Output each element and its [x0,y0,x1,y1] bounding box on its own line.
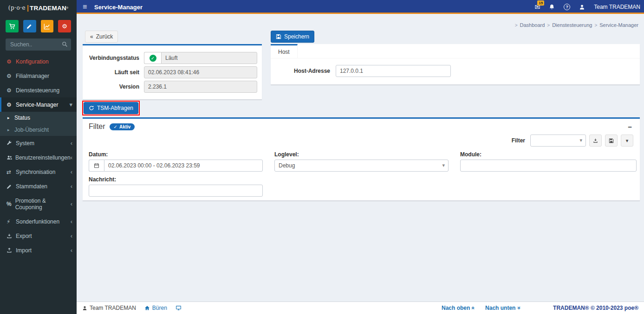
sidebar-item-label: Promotion & Couponing [15,198,71,211]
sidebar-subitem-label: Status [14,115,30,121]
users-icon [7,155,15,160]
loglevel-value: Debug [279,162,295,169]
nachricht-label: Nachricht: [89,176,263,183]
sidebar-menu: ⚙ Konfiguration ⚙ Filialmanager ⚙ Dienst… [0,54,77,257]
edit-button[interactable] [23,20,36,32]
back-button[interactable]: « Zurück [85,31,118,43]
status-addon: ✓ [144,52,161,64]
calendar-icon[interactable] [89,160,104,172]
sidebar-item-benutzereinstellungen[interactable]: Benutzereinstellungen ‹ [0,150,77,165]
sidebar-item-dienstesteuerung[interactable]: ⚙ Dienstesteuerung [0,83,77,97]
tab-host[interactable]: Host [271,44,298,58]
angle-double-down-icon: « [516,307,522,310]
check-icon: ✓ [114,124,117,129]
app-window: (p·o·e | TRADEMAN ® ⚙ [0,0,644,314]
scroll-to-bottom-link[interactable]: Nach unten « [485,305,520,311]
sidebar-item-konfiguration[interactable]: ⚙ Konfiguration [0,54,77,69]
scroll-to-top-label: Nach oben [442,305,470,311]
sidebar-item-label: Sonderfunktionen [16,218,59,225]
pencil-icon [7,184,16,189]
sidebar-subitem-job-uebersicht[interactable]: ▸ Job-Übersicht [0,124,77,136]
sidebar-item-filialmanager[interactable]: ⚙ Filialmanager [0,69,77,83]
settings-button[interactable]: ⚙ [58,20,71,32]
footer-location-link[interactable]: Büren [144,305,167,311]
host-tab-content: Host-Adresse [271,58,640,84]
brand-prefix: (p·o·e [8,5,26,11]
sidebar-item-label: Import [16,247,32,254]
datum-input-group [89,160,263,172]
bell-icon [549,4,555,10]
host-address-input[interactable] [336,65,451,77]
footer-location-label: Büren [152,305,167,311]
nachricht-field: Nachricht: [89,175,263,197]
nachricht-input[interactable] [89,185,263,197]
running-since-value: 02.06.2023 08:41:46 [144,66,257,78]
status-value-group: 2.236.1 [144,81,257,93]
filter-preset-row: Filter ▾ ▾ [83,132,640,150]
navbar-right: ✉ 15 ? Team TRADEMAN [534,0,640,14]
percent-icon: % [7,201,15,207]
sidebar-item-system[interactable]: System ‹ [0,136,77,150]
user-menu-button[interactable] [579,4,585,10]
filter-preset-select[interactable]: ▾ [530,135,586,147]
load-filter-button[interactable] [589,135,602,147]
sidebar-subitem-status[interactable]: ▸ Status [0,112,77,124]
collapse-panel-icon[interactable]: − [626,123,634,131]
breadcrumb-dashboard[interactable]: Dashboard [520,22,545,28]
sidebar-item-export[interactable]: Export ‹ [0,229,77,243]
chevron-left-icon: ‹ [71,170,72,174]
breadcrumb-current: Service-Manager [599,22,638,28]
scroll-to-top-link[interactable]: Nach oben « [442,305,475,311]
hamburger-menu-icon[interactable]: ≡ [83,0,87,14]
datum-range-input[interactable] [104,160,263,172]
breadcrumb-separator: > [515,23,518,28]
sidebar-item-stammdaten[interactable]: Stammdaten ‹ [0,179,77,193]
sidebar-item-sonderfunktionen[interactable]: ⚡ Sonderfunktionen ‹ [0,214,77,229]
brand-logo[interactable]: (p·o·e | TRADEMAN ® [0,0,77,16]
page-title: Service-Manager [94,0,143,14]
caret-down-icon: ▾ [626,138,629,144]
help-button[interactable]: ? [564,4,570,10]
user-account-label[interactable]: Team TRADEMAN [594,4,640,10]
host-tabs: Host [271,44,640,58]
sidebar: (p·o·e | TRADEMAN ® ⚙ [0,0,77,314]
sidebar-item-service-manager[interactable]: ⚙ Service-Manager ▾ [0,97,77,112]
module-field: Module: [460,150,637,172]
version-value: 2.236.1 [144,81,257,93]
search-input[interactable] [6,38,71,51]
caret-down-icon: ▾ [442,162,445,168]
tsm-abfragen-button[interactable]: TSM-Abfragen [84,102,138,114]
module-label: Module: [460,151,637,158]
save-button[interactable]: Speichern [271,31,314,43]
home-icon [144,305,150,311]
double-angle-left-icon: « [90,33,93,40]
footer-terminal-button[interactable] [176,305,182,311]
loglevel-field: Loglevel: Debug ▾ [274,150,449,172]
caret-right-icon: ▸ [7,115,14,120]
save-filter-button[interactable] [605,135,618,147]
cogs-icon: ⚙ [62,23,67,30]
save-icon [609,138,614,143]
sidebar-item-synchronisation[interactable]: ⇄ Synchronisation ‹ [0,165,77,179]
cogs-icon: ⚙ [7,102,16,108]
breadcrumb-dienstesteuerung[interactable]: Dienstesteuerung [552,22,592,28]
module-input[interactable] [460,160,637,172]
refresh-icon [89,105,94,111]
sidebar-item-promotion-couponing[interactable]: % Promotion & Couponing ‹ [0,193,77,214]
filter-more-dropdown-button[interactable]: ▾ [621,135,633,147]
sidebar-item-import[interactable]: Import ‹ [0,243,77,257]
chart-button[interactable] [41,20,54,32]
cart-button[interactable] [6,20,19,32]
loglevel-select[interactable]: Debug ▾ [274,160,449,172]
back-button-label: Zurück [96,33,113,40]
notifications-button[interactable] [549,4,555,10]
save-icon [276,34,281,39]
filter-active-badge-label: Aktiv [119,124,130,129]
chart-line-icon [44,23,50,30]
top-navbar: ≡ Service-Manager ✉ 15 ? Team TRADEMAN [77,0,644,14]
messages-button[interactable]: ✉ 15 [534,3,540,11]
brand-name: TRADEMAN [30,5,66,12]
search-icon[interactable] [62,41,68,47]
sidebar-item-label: Export [16,233,32,239]
status-row-laeuft-seit: Läuft seit 02.06.2023 08:41:46 [83,66,257,78]
